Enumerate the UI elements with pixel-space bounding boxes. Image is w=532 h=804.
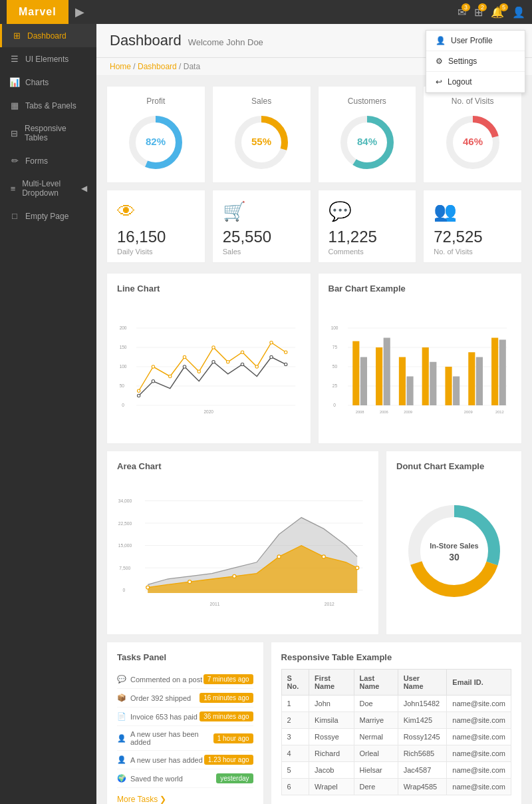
comments-label: Comments <box>329 248 406 256</box>
svg-point-24 <box>152 365 154 368</box>
messages-icon[interactable]: ✉3 <box>458 6 466 19</box>
svg-text:15,000: 15,000 <box>118 543 132 548</box>
table-cell: Wrapel <box>309 779 354 795</box>
more-tasks-link[interactable]: More Tasks ❯ <box>117 795 253 804</box>
table-cell: Rossye <box>309 729 354 745</box>
empty-page-icon: □ <box>9 211 20 221</box>
svg-rect-63 <box>491 338 498 406</box>
charts-row1: Line Chart 200 150 100 50 <box>106 273 522 444</box>
sales-number: 25,550 <box>223 228 301 246</box>
table-cell: Hielsar <box>354 762 398 779</box>
svg-text:100: 100 <box>331 325 338 330</box>
users-icon: 👥 <box>434 200 511 222</box>
task-item: 💬 Commented on a post 7 minutes ago <box>117 670 253 689</box>
table-cell: 3 <box>281 729 309 745</box>
stat-card2-visits: 👁 16,150 Daily Visits <box>106 190 205 263</box>
table-cell: Jac4587 <box>398 762 447 779</box>
page-title: Dashboard <box>110 32 182 49</box>
arrow-icon: ◀ <box>81 184 87 193</box>
svg-point-30 <box>241 351 243 353</box>
svg-rect-64 <box>499 339 505 405</box>
grid-icon[interactable]: ⊞2 <box>474 6 483 19</box>
user-icon: 👤 <box>117 734 126 743</box>
table-cell: John15482 <box>398 696 447 712</box>
table-row: 6WrapelDereWrap4585name@site.com <box>281 779 511 795</box>
sidebar-item-tables[interactable]: ⊟ Responsive Tables <box>0 117 96 149</box>
task-text: Commented on a post <box>130 676 202 684</box>
bar-chart-title: Bar Chart Example <box>329 284 512 294</box>
line-chart-title: Line Chart <box>117 284 301 294</box>
user-menu-icon[interactable]: 👤 <box>512 6 525 19</box>
sidebar-item-charts[interactable]: 📊 Charts <box>0 71 96 94</box>
task-badge: 36 minutes ago <box>200 711 253 721</box>
svg-rect-56 <box>406 377 413 406</box>
sidebar-item-tabs[interactable]: ▦ Tabs & Panels <box>0 94 96 117</box>
svg-point-33 <box>285 351 287 353</box>
svg-point-82 <box>146 586 150 589</box>
col-email: Email ID. <box>447 670 511 696</box>
table-body: 1JohnDoeJohn15482name@site.com2KimsilaMa… <box>281 696 511 795</box>
table-cell: Richard <box>309 745 354 762</box>
svg-text:0: 0 <box>122 588 125 592</box>
sales-donut: 55% <box>223 112 301 172</box>
table-cell: name@site.com <box>447 762 511 779</box>
svg-text:7,500: 7,500 <box>119 566 130 570</box>
breadcrumb-dashboard[interactable]: Dashboard <box>138 62 177 71</box>
comments-icon: 💬 <box>329 200 406 222</box>
daily-visits-number: 16,150 <box>117 228 195 246</box>
task-text: Invoice 653 has paid <box>130 713 198 721</box>
svg-point-27 <box>198 370 200 373</box>
table-cell: name@site.com <box>447 696 511 712</box>
cart-icon: 🛒 <box>223 200 301 222</box>
task-badge: 16 minutes ago <box>200 693 253 703</box>
task-item: 🌍 Saved the world yesterday <box>117 769 253 788</box>
profit-donut: 82% <box>117 112 195 172</box>
stat-card-visits: No. of Visits 46% <box>423 86 522 183</box>
svg-point-87 <box>356 566 359 570</box>
top-bar: Marvel ▶ ✉3 ⊞2 🔔5 👤 👤 User Profile ⚙ Set… <box>0 0 532 24</box>
table-row: 2KimsilaMarriyeKim1425name@site.com <box>281 712 511 729</box>
sidebar-item-dashboard[interactable]: ⊞ Dashboard <box>0 24 96 47</box>
svg-text:2012: 2012 <box>325 602 334 606</box>
settings-item[interactable]: ⚙ Settings <box>426 51 525 72</box>
area-chart-card: Area Chart 34,000 22,500 15,000 <box>106 451 379 635</box>
area-chart-svg: 34,000 22,500 15,000 7,500 0 <box>117 478 368 624</box>
svg-point-31 <box>255 365 258 368</box>
svg-rect-51 <box>352 341 359 405</box>
svg-text:2006: 2006 <box>379 410 388 414</box>
sidebar-item-empty[interactable]: □ Empty Page <box>0 204 96 228</box>
dropdown-icon: ≡ <box>9 184 17 194</box>
svg-rect-59 <box>445 367 452 405</box>
svg-text:2012: 2012 <box>495 410 503 414</box>
brand[interactable]: Marvel <box>7 0 68 24</box>
col-lastname: Last Name <box>354 670 398 696</box>
task-badge: 1 hour ago <box>213 733 253 743</box>
sidebar-item-dropdown[interactable]: ≡ Multi-Level Dropdown ◀ <box>0 172 96 204</box>
table-row: 3RossyeNermalRossy1245name@site.com <box>281 729 511 745</box>
task-text: Order 392 shipped <box>130 694 191 702</box>
sidebar-item-ui-elements[interactable]: ☰ UI Elements <box>0 47 96 71</box>
stat-card-customers: Customers 84% <box>318 86 417 183</box>
logout-item[interactable]: ↩ Logout <box>426 72 525 93</box>
sales-title: Sales <box>223 97 301 106</box>
table-cell: Wrap4585 <box>398 779 447 795</box>
svg-text:2008: 2008 <box>355 410 364 414</box>
customers-title: Customers <box>329 97 406 106</box>
col-firstname: First Name <box>309 670 354 696</box>
user-profile-item[interactable]: 👤 User Profile <box>426 31 525 51</box>
col-sno: S No. <box>281 670 309 696</box>
sidebar-item-forms[interactable]: ✏ Forms <box>0 149 96 172</box>
donut-chart-card: Donut Chart Example <box>386 451 522 635</box>
donut-chart-svg: In-Store Sales 30 <box>401 498 507 604</box>
menu-toggle-icon[interactable]: ▶ <box>75 5 84 19</box>
area-chart-title: Area Chart <box>117 461 368 471</box>
notifications-icon[interactable]: 🔔5 <box>491 6 504 19</box>
breadcrumb-home[interactable]: Home <box>110 62 131 71</box>
svg-text:46%: 46% <box>463 136 483 147</box>
svg-point-35 <box>152 380 154 383</box>
svg-point-37 <box>212 361 215 363</box>
stat-card-profit: Profit 82% <box>106 86 205 183</box>
svg-point-36 <box>183 365 186 368</box>
table-cell: Doe <box>354 696 398 712</box>
svg-text:0: 0 <box>122 403 124 407</box>
